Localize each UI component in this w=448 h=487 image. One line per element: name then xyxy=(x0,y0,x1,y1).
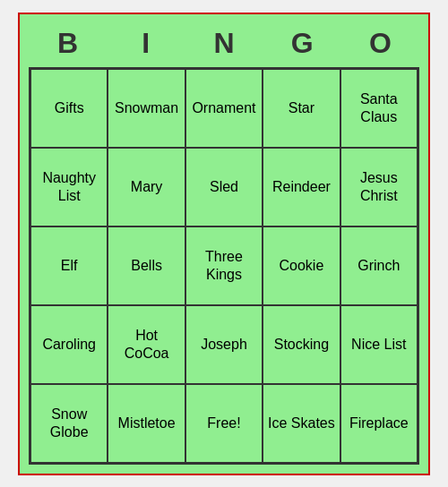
header-letter: I xyxy=(107,23,185,64)
bingo-cell: Fireplace xyxy=(340,384,418,463)
cell-text: Jesus Christ xyxy=(345,169,413,203)
cell-text: Ornament xyxy=(192,99,255,116)
bingo-cell: Mary xyxy=(108,148,185,226)
bingo-cell: Santa Claus xyxy=(340,69,418,148)
cell-text: Mary xyxy=(131,178,163,195)
cell-text: Sled xyxy=(210,178,238,195)
bingo-cell: Star xyxy=(263,69,340,148)
cell-text: Fireplace xyxy=(349,414,409,431)
bingo-cell: Caroling xyxy=(30,305,108,384)
bingo-cell: Jesus Christ xyxy=(340,148,418,226)
bingo-cell: Gifts xyxy=(30,69,108,148)
cell-text: Snowman xyxy=(115,99,178,116)
bingo-cell: Hot CoCoa xyxy=(108,305,185,384)
bingo-grid: GiftsSnowmanOrnamentStarSanta ClausNaugh… xyxy=(29,67,419,465)
cell-text: Joseph xyxy=(201,336,247,353)
cell-text: Reindeer xyxy=(272,178,331,195)
bingo-cell: Elf xyxy=(30,226,108,305)
bingo-cell: Bells xyxy=(108,226,185,305)
cell-text: Nice List xyxy=(351,336,406,353)
bingo-cell: Mistletoe xyxy=(108,384,185,463)
bingo-cell: Free! xyxy=(185,384,263,463)
cell-text: Three Kings xyxy=(190,248,258,282)
cell-text: Ice Skates xyxy=(268,414,335,431)
header-letter: G xyxy=(263,23,341,64)
cell-text: Stocking xyxy=(274,336,329,353)
cell-text: Grinch xyxy=(358,257,400,274)
bingo-cell: Reindeer xyxy=(263,148,340,226)
cell-text: Hot CoCoa xyxy=(112,327,180,361)
bingo-cell: Cookie xyxy=(263,226,340,305)
bingo-cell: Ornament xyxy=(185,69,263,148)
cell-text: Free! xyxy=(207,414,240,431)
cell-text: Santa Claus xyxy=(345,90,413,124)
cell-text: Snow Globe xyxy=(35,406,103,440)
bingo-cell: Nice List xyxy=(340,305,418,384)
cell-text: Cookie xyxy=(279,257,323,274)
cell-text: Gifts xyxy=(55,99,84,116)
bingo-header: BINGO xyxy=(29,23,419,64)
bingo-cell: Sled xyxy=(185,148,263,226)
bingo-cell: Grinch xyxy=(340,226,418,305)
cell-text: Caroling xyxy=(42,336,96,353)
bingo-cell: Ice Skates xyxy=(263,384,340,463)
bingo-cell: Three Kings xyxy=(185,226,263,305)
bingo-cell: Snow Globe xyxy=(30,384,108,463)
cell-text: Mistletoe xyxy=(118,414,176,431)
cell-text: Star xyxy=(289,99,314,116)
bingo-cell: Naughty List xyxy=(30,148,108,226)
header-letter: O xyxy=(341,23,419,64)
cell-text: Naughty List xyxy=(35,169,103,203)
bingo-cell: Snowman xyxy=(108,69,185,148)
header-letter: B xyxy=(29,23,107,64)
cell-text: Bells xyxy=(131,257,162,274)
bingo-cell: Joseph xyxy=(185,305,263,384)
bingo-card: BINGO GiftsSnowmanOrnamentStarSanta Clau… xyxy=(18,13,430,475)
header-letter: N xyxy=(185,23,263,64)
cell-text: Elf xyxy=(61,257,78,274)
bingo-cell: Stocking xyxy=(263,305,340,384)
